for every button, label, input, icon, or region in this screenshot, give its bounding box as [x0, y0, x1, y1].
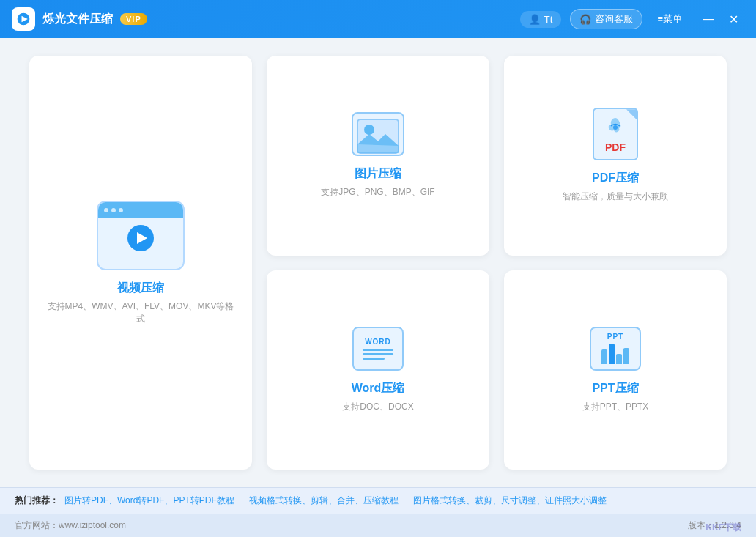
footer: 官方网站：www.iziptool.com 版本：1.2.3.4 — [0, 514, 756, 537]
hot-link-2[interactable]: 视频格式转换、剪辑、合并、压缩教程 — [249, 495, 399, 507]
word-card[interactable]: WORD Word压缩 支持DOC、DOCX — [267, 270, 489, 470]
hot-link-1[interactable]: 图片转PDF、Word转PDF、PPT转PDF教程 — [64, 495, 234, 507]
image-card-subtitle: 支持JPG、PNG、BMP、GIF — [321, 186, 434, 199]
user-button[interactable]: 👤 Tt — [520, 11, 562, 28]
footer-website: 官方网站：www.iziptool.com — [15, 519, 126, 532]
ppt-card[interactable]: PPT PPT压缩 支持PPT、PPTX — [504, 270, 727, 470]
word-card-title: Word压缩 — [352, 381, 405, 396]
hot-link-3[interactable]: 图片格式转换、裁剪、尺寸调整、证件照大小调整 — [413, 495, 607, 507]
image-icon — [352, 112, 404, 156]
word-card-subtitle: 支持DOC、DOCX — [342, 401, 413, 413]
consult-button[interactable]: 🎧 咨询客服 — [570, 9, 642, 29]
hot-label: 热门推荐： — [15, 495, 59, 507]
menu-button[interactable]: ≡菜单 — [651, 10, 688, 29]
watermark: KKF下载 — [705, 522, 741, 534]
ppt-card-subtitle: 支持PPT、PPTX — [582, 401, 649, 413]
word-icon: WORD — [352, 327, 404, 371]
vip-badge: VIP — [120, 13, 147, 25]
app-title: 烁光文件压缩 — [42, 12, 113, 27]
titlebar-right: 👤 Tt 🎧 咨询客服 ≡菜单 — ✕ — [520, 9, 744, 29]
user-icon: 👤 — [529, 14, 541, 25]
titlebar: 烁光文件压缩 VIP 👤 Tt 🎧 咨询客服 ≡菜单 — ✕ — [0, 0, 756, 38]
pdf-card-title: PDF压缩 — [592, 171, 639, 186]
close-button[interactable]: ✕ — [723, 11, 744, 28]
svg-point-3 — [364, 125, 374, 135]
menu-label: ≡菜单 — [657, 12, 682, 26]
main-content: 视频压缩 支持MP4、WMV、AVI、FLV、MOV、MKV等格式 图片压缩 支… — [0, 38, 756, 487]
headset-icon: 🎧 — [579, 14, 591, 25]
video-card[interactable]: 视频压缩 支持MP4、WMV、AVI、FLV、MOV、MKV等格式 — [29, 56, 252, 470]
pdf-icon: PDF — [593, 108, 638, 160]
window-controls: — ✕ — [697, 11, 744, 28]
pdf-card[interactable]: PDF PDF压缩 智能压缩，质量与大小兼顾 — [504, 56, 727, 256]
svg-point-4 — [613, 125, 618, 130]
ppt-card-title: PPT压缩 — [592, 381, 638, 396]
bottom-bar: 热门推荐： 图片转PDF、Word转PDF、PPT转PDF教程 视频格式转换、剪… — [0, 487, 756, 514]
consult-label: 咨询客服 — [595, 12, 633, 26]
app-logo — [12, 7, 35, 31]
ppt-icon: PPT — [590, 327, 641, 371]
image-card[interactable]: 图片压缩 支持JPG、PNG、BMP、GIF — [267, 56, 489, 256]
image-card-title: 图片压缩 — [355, 166, 401, 182]
hot-links: 图片转PDF、Word转PDF、PPT转PDF教程 视频格式转换、剪辑、合并、压… — [64, 495, 741, 507]
pdf-card-subtitle: 智能压缩，质量与大小兼顾 — [563, 190, 668, 203]
video-card-subtitle: 支持MP4、WMV、AVI、FLV、MOV、MKV等格式 — [44, 300, 237, 325]
user-label: Tt — [544, 14, 553, 25]
video-icon — [97, 201, 185, 270]
video-card-title: 视频压缩 — [117, 281, 164, 296]
minimize-button[interactable]: — — [697, 11, 720, 27]
